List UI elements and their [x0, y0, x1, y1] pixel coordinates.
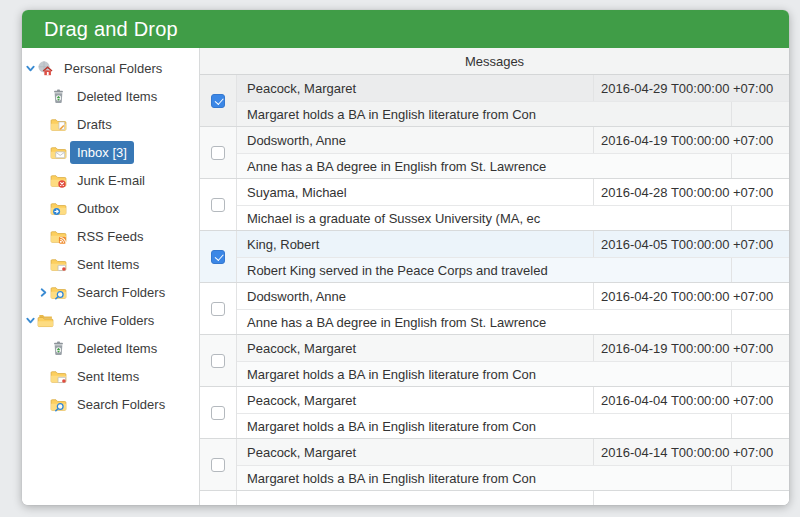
checkbox-cell: [200, 75, 237, 126]
message-row-partial: [200, 491, 789, 505]
sidebar-item-sent-items[interactable]: Sent Items: [22, 362, 199, 390]
tree-indent: [24, 152, 37, 153]
tree-indent: [24, 208, 37, 209]
checkbox-cell: [200, 335, 237, 386]
message-checkbox[interactable]: [211, 406, 225, 420]
message-checkbox[interactable]: [211, 146, 225, 160]
message-row[interactable]: Dodsworth, Anne 2016-04-20 T00:00:00 +07…: [200, 283, 789, 335]
message-checkbox[interactable]: [211, 458, 225, 472]
message-checkbox[interactable]: [211, 302, 225, 316]
sent-folder-icon: [50, 256, 77, 273]
message-row[interactable]: Peacock, Margaret 2016-04-14 T00:00:00 +…: [200, 439, 789, 491]
messages-rows: Peacock, Margaret 2016-04-29 T00:00:00 +…: [200, 75, 789, 491]
tree-indent: [24, 348, 37, 349]
message-sender: Peacock, Margaret: [237, 81, 593, 96]
message-tail-cell: [731, 258, 789, 282]
message-sender: Dodsworth, Anne: [237, 133, 593, 148]
messages-grid-title: Messages: [465, 54, 524, 69]
tree-expander: [37, 146, 50, 159]
sidebar-item-deleted-items[interactable]: Deleted Items: [22, 82, 199, 110]
personal-folders-root-icon: [37, 60, 64, 77]
message-tail-cell: [731, 466, 789, 490]
message-row[interactable]: Dodsworth, Anne 2016-04-19 T00:00:00 +07…: [200, 127, 789, 179]
message-preview: Anne has a BA degree in English from St.…: [237, 159, 731, 174]
chevron-down-icon[interactable]: [24, 314, 37, 327]
sidebar-item-personal-folders[interactable]: Personal Folders: [22, 54, 199, 82]
message-date: 2016-04-19 T00:00:00 +07:00: [593, 335, 789, 361]
sidebar-item-label: Search Folders: [77, 396, 165, 413]
message-preview: Michael is a graduate of Sussex Universi…: [237, 211, 731, 226]
junk-folder-icon: [50, 172, 77, 189]
sidebar-item-junk-e-mail[interactable]: Junk E-mail: [22, 166, 199, 194]
message-date: 2016-04-29 T00:00:00 +07:00: [593, 75, 789, 101]
message-row[interactable]: Peacock, Margaret 2016-04-29 T00:00:00 +…: [200, 75, 789, 127]
message-row[interactable]: Peacock, Margaret 2016-04-19 T00:00:00 +…: [200, 335, 789, 387]
search-folder-icon: [50, 284, 77, 301]
sidebar-item-rss-feeds[interactable]: RSS Feeds: [22, 222, 199, 250]
message-row[interactable]: Peacock, Margaret 2016-04-04 T00:00:00 +…: [200, 387, 789, 439]
chevron-right-icon[interactable]: [37, 286, 50, 299]
sidebar-item-label: RSS Feeds: [77, 228, 143, 245]
checkbox-cell: [200, 439, 237, 490]
sidebar-item-label: Deleted Items: [77, 340, 157, 357]
message-date: 2016-04-19 T00:00:00 +07:00: [593, 127, 789, 153]
message-date: 2016-04-28 T00:00:00 +07:00: [593, 179, 789, 205]
message-tail-cell: [731, 102, 789, 126]
tree-indent: [24, 124, 37, 125]
tree-expander: [37, 174, 50, 187]
message-checkbox[interactable]: [211, 250, 225, 264]
messages-grid: Messages Peacock, Margaret 2016-04-29 T0…: [200, 48, 789, 505]
tree-expander: [37, 258, 50, 271]
sidebar-item-inbox-3[interactable]: Inbox [3]: [22, 138, 199, 166]
message-row[interactable]: King, Robert 2016-04-05 T00:00:00 +07:00…: [200, 231, 789, 283]
page-title: Drag and Drop: [44, 18, 178, 41]
archive-folders-root-icon: [37, 312, 64, 329]
checkbox-cell: [200, 491, 237, 505]
message-tail-cell: [731, 362, 789, 386]
message-main: Peacock, Margaret 2016-04-04 T00:00:00 +…: [237, 387, 789, 438]
tree-expander: [37, 398, 50, 411]
drafts-folder-icon: [50, 116, 77, 133]
chevron-down-icon[interactable]: [24, 62, 37, 75]
message-date: 2016-04-04 T00:00:00 +07:00: [593, 387, 789, 413]
tree-expander: [37, 202, 50, 215]
checkbox-cell: [200, 179, 237, 230]
sidebar-item-label: Junk E-mail: [77, 172, 145, 189]
sidebar-item-deleted-items[interactable]: Deleted Items: [22, 334, 199, 362]
message-date: 2016-04-05 T00:00:00 +07:00: [593, 231, 789, 257]
sidebar-item-label: Inbox [3]: [70, 141, 134, 164]
message-checkbox[interactable]: [211, 94, 225, 108]
search-folder-icon: [50, 396, 77, 413]
sidebar-item-search-folders[interactable]: Search Folders: [22, 390, 199, 418]
message-checkbox[interactable]: [211, 354, 225, 368]
message-main: King, Robert 2016-04-05 T00:00:00 +07:00…: [237, 231, 789, 282]
tree-expander: [37, 370, 50, 383]
message-tail-cell: [731, 310, 789, 334]
message-preview: Margaret holds a BA in English literatur…: [237, 367, 731, 382]
sidebar-item-outbox[interactable]: Outbox: [22, 194, 199, 222]
rss-folder-icon: [50, 228, 77, 245]
outbox-folder-icon: [50, 200, 77, 217]
checkbox-cell: [200, 231, 237, 282]
sidebar-item-search-folders[interactable]: Search Folders: [22, 278, 199, 306]
message-preview: Margaret holds a BA in English literatur…: [237, 419, 731, 434]
sidebar-item-label: Drafts: [77, 116, 112, 133]
message-checkbox[interactable]: [211, 198, 225, 212]
tree-expander: [37, 118, 50, 131]
tree-indent: [24, 96, 37, 97]
sidebar-item-label: Outbox: [77, 200, 119, 217]
tree-expander: [37, 90, 50, 103]
message-preview: Margaret holds a BA in English literatur…: [237, 107, 731, 122]
checkbox-cell: [200, 283, 237, 334]
message-sender: Peacock, Margaret: [237, 445, 593, 460]
message-main: Peacock, Margaret 2016-04-29 T00:00:00 +…: [237, 75, 789, 126]
sidebar-item-archive-folders[interactable]: Archive Folders: [22, 306, 199, 334]
sidebar-item-drafts[interactable]: Drafts: [22, 110, 199, 138]
sidebar-item-label: Deleted Items: [77, 88, 157, 105]
sidebar-item-sent-items[interactable]: Sent Items: [22, 250, 199, 278]
message-date: 2016-04-14 T00:00:00 +07:00: [593, 439, 789, 465]
sidebar-item-label: Sent Items: [77, 368, 139, 385]
message-row[interactable]: Suyama, Michael 2016-04-28 T00:00:00 +07…: [200, 179, 789, 231]
message-main: Peacock, Margaret 2016-04-14 T00:00:00 +…: [237, 439, 789, 490]
message-sender: Peacock, Margaret: [237, 341, 593, 356]
